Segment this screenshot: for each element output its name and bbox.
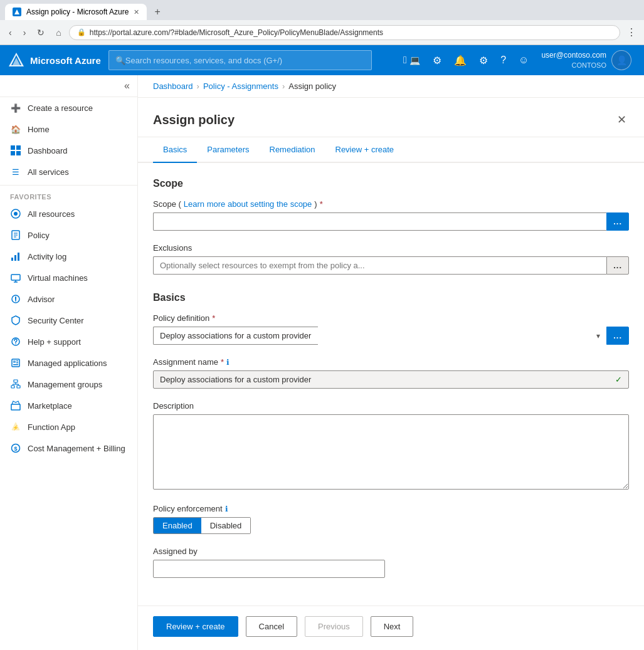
scope-input[interactable] <box>153 212 606 231</box>
cloud-shell-button[interactable]:  💻 <box>398 51 425 70</box>
policy-def-required: * <box>212 313 215 323</box>
exclusions-browse-button[interactable]: ... <box>606 256 629 275</box>
sidebar-item-label: Cost Management + Billing <box>28 444 125 453</box>
active-tab[interactable]: Assign policy - Microsoft Azure ✕ <box>5 4 147 20</box>
policy-def-select[interactable]: Deploy associations for a custom provide… <box>153 327 318 345</box>
scope-learn-more-link[interactable]: Learn more about setting the scope <box>184 199 312 209</box>
all-services-icon: ☰ <box>10 166 21 177</box>
tab-review-create[interactable]: Review + create <box>325 137 404 163</box>
favorites-label: FAVORITES <box>0 188 137 203</box>
app-layout: « ➕ Create a resource 🏠 Home Dashboard ☰… <box>0 75 644 650</box>
feedback-button[interactable]: ☺ <box>514 51 534 70</box>
help-support-icon <box>10 336 21 347</box>
user-profile[interactable]: user@contoso.com CONTOSO 👤 <box>536 48 636 73</box>
sidebar-collapse-button[interactable]: « <box>124 80 130 92</box>
tab-remediation[interactable]: Remediation <box>260 137 325 163</box>
svg-rect-30 <box>11 385 14 388</box>
next-button[interactable]: Next <box>371 616 414 637</box>
sidebar-item-function-app[interactable]: ⚡ Function App <box>0 416 137 438</box>
panel-footer: Review + create Cancel Previous Next <box>138 605 644 647</box>
browser-window: Assign policy - Microsoft Azure ✕ + ‹ › … <box>0 0 644 45</box>
breadcrumb: Dashboard › Policy - Assignments › Assig… <box>138 75 644 98</box>
sidebar-item-all-services[interactable]: ☰ All services <box>0 161 137 182</box>
assignment-name-info-icon[interactable]: ℹ <box>226 358 230 367</box>
favicon-icon <box>13 8 21 16</box>
notifications-button[interactable]: 🔔 <box>449 51 472 70</box>
sidebar-item-marketplace[interactable]: Marketplace <box>0 395 137 416</box>
sidebar-item-cost-management[interactable]: $ Cost Management + Billing <box>0 438 137 459</box>
azure-logo-icon <box>8 51 25 69</box>
policy-def-select-group: Deploy associations for a custom provide… <box>153 327 629 345</box>
panel-title: Assign policy <box>153 113 235 127</box>
security-center-icon <box>10 315 21 326</box>
notifications-directory-button[interactable]: ⚙ <box>428 51 446 70</box>
svg-rect-17 <box>11 275 20 280</box>
assigned-by-input[interactable] <box>153 560 385 578</box>
exclusions-input-group: ... <box>153 256 629 275</box>
sidebar-item-create-resource[interactable]: ➕ Create a resource <box>0 97 137 118</box>
sidebar-item-policy[interactable]: Policy <box>0 224 137 246</box>
svg-rect-31 <box>17 385 20 388</box>
description-group: Description <box>153 401 629 491</box>
address-bar[interactable]: 🔒 https://portal.azure.com/?#blade/Micro… <box>69 25 620 40</box>
sidebar-item-management-groups[interactable]: Management groups <box>0 374 137 395</box>
cancel-button[interactable]: Cancel <box>246 616 297 637</box>
exclusions-input[interactable] <box>153 256 606 275</box>
user-name-display: user@contoso.com CONTOSO <box>541 51 606 70</box>
sidebar-item-dashboard[interactable]: Dashboard <box>0 140 137 161</box>
home-button[interactable]: ⌂ <box>52 25 65 40</box>
scope-browse-button[interactable]: ... <box>606 212 629 231</box>
enforcement-info-icon[interactable]: ℹ <box>225 505 228 513</box>
previous-button: Previous <box>305 616 363 637</box>
search-icon: 🔍 <box>115 56 125 65</box>
azure-logo-text: Microsoft Azure <box>30 55 101 66</box>
forward-button[interactable]: › <box>19 25 30 40</box>
breadcrumb-policy-assignments[interactable]: Policy - Assignments <box>203 81 278 91</box>
sidebar-item-virtual-machines[interactable]: Virtual machines <box>0 267 137 288</box>
azure-logo[interactable]: Microsoft Azure <box>8 51 101 69</box>
panel-close-button[interactable]: ✕ <box>615 110 629 129</box>
sidebar-item-activity-log[interactable]: Activity log <box>0 246 137 267</box>
sidebar-item-help-support[interactable]: Help + support <box>0 331 137 352</box>
svg-rect-7 <box>16 151 21 155</box>
browser-menu-button[interactable]: ⋮ <box>624 24 639 41</box>
sidebar-item-managed-apps[interactable]: Managed applications <box>0 352 137 374</box>
azure-search-bar[interactable]: 🔍 <box>108 50 372 70</box>
enforcement-disabled-option[interactable]: Disabled <box>201 518 251 533</box>
new-tab-button[interactable]: + <box>149 4 165 20</box>
svg-rect-27 <box>16 362 18 364</box>
azure-header: Microsoft Azure 🔍  💻 ⚙ 🔔 ⚙ ? ☺ user@con… <box>0 45 644 75</box>
policy-icon <box>10 229 21 241</box>
sidebar-item-advisor[interactable]: Advisor <box>0 288 137 310</box>
help-button[interactable]: ? <box>495 51 511 70</box>
breadcrumb-dashboard[interactable]: Dashboard <box>153 81 193 91</box>
description-textarea[interactable] <box>153 414 629 490</box>
sidebar-item-label: Management groups <box>28 380 102 389</box>
policy-definition-group: Policy definition * Deploy associations … <box>153 313 629 345</box>
scope-field-group: Scope ( Learn more about setting the sco… <box>153 199 629 231</box>
sidebar-item-label: Policy <box>28 231 50 240</box>
search-input[interactable] <box>125 56 365 65</box>
sidebar-item-all-resources[interactable]: All resources <box>0 203 137 224</box>
policy-def-browse-button[interactable]: ... <box>606 327 629 345</box>
policy-def-select-wrapper: Deploy associations for a custom provide… <box>153 327 606 345</box>
sidebar-item-label: Virtual machines <box>28 273 88 283</box>
tab-close-button[interactable]: ✕ <box>134 8 139 16</box>
form-content: Scope Scope ( Learn more about setting t… <box>138 163 644 605</box>
settings-button[interactable]: ⚙ <box>474 51 493 70</box>
back-button[interactable]: ‹ <box>5 25 16 40</box>
function-app-icon: ⚡ <box>10 421 21 432</box>
review-create-button[interactable]: Review + create <box>153 616 238 637</box>
activity-log-icon <box>10 251 21 262</box>
sidebar-item-label: Security Center <box>28 316 84 325</box>
refresh-button[interactable]: ↻ <box>33 25 48 40</box>
exclusions-label: Exclusions <box>153 243 629 253</box>
sidebar-item-security-center[interactable]: Security Center <box>0 310 137 331</box>
enforcement-enabled-option[interactable]: Enabled <box>154 518 201 533</box>
header-icons:  💻 ⚙ 🔔 ⚙ ? ☺ user@contoso.com CONTOSO 👤 <box>398 48 636 73</box>
tab-parameters[interactable]: Parameters <box>197 137 259 163</box>
marketplace-icon <box>10 400 21 411</box>
sidebar-item-label: Create a resource <box>28 103 93 113</box>
tab-basics[interactable]: Basics <box>153 137 197 163</box>
sidebar-item-home[interactable]: 🏠 Home <box>0 118 137 140</box>
